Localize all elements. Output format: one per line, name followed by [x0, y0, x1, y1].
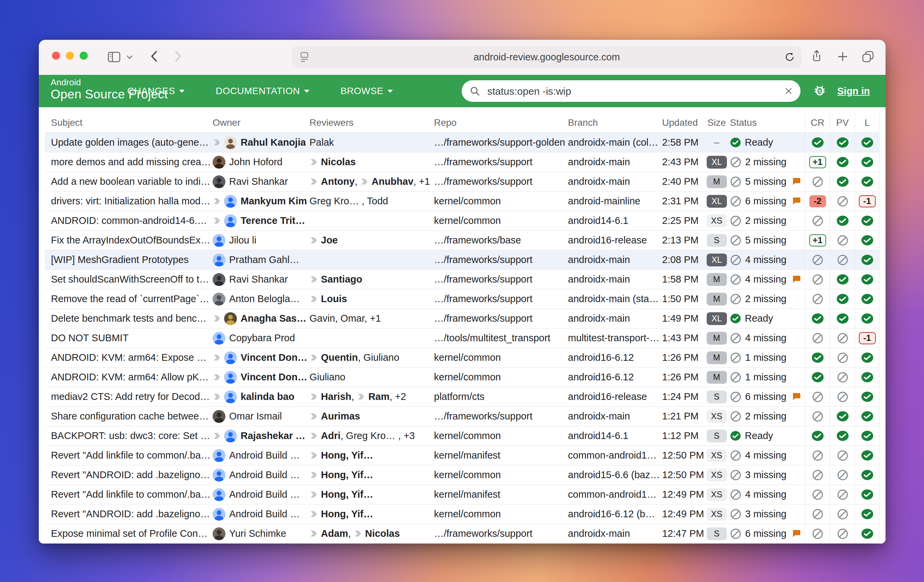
reviewer-name[interactable]: Hong, Yif…	[321, 489, 373, 500]
repo-link[interactable]: …/frameworks/support	[434, 528, 533, 539]
change-row[interactable]: Remove the read of `currentPage` f… Anto…	[45, 289, 879, 309]
change-subject[interactable]: ANDROID: KVM: arm64: Allow pKV…	[51, 372, 211, 383]
reviewer-name[interactable]: Nicolas	[321, 156, 356, 168]
repo-link[interactable]: platform/cts	[434, 391, 485, 402]
change-row[interactable]: drivers: virt: Initialization halla mod……	[45, 192, 879, 211]
sign-in-link[interactable]: Sign in	[837, 75, 870, 107]
reviewer-name[interactable]: Anubhav	[371, 176, 413, 187]
change-row[interactable]: DO NOT SUBMIT Copybara Prod …/tools/mult…	[45, 329, 879, 348]
back-button[interactable]	[150, 49, 158, 63]
change-subject[interactable]: DO NOT SUBMIT	[51, 332, 129, 344]
branch-link[interactable]: androidx-main	[568, 156, 630, 168]
nav-documentation[interactable]: DOCUMENTATION	[216, 85, 309, 97]
change-subject[interactable]: ANDROID: KVM: arm64: Expose un…	[51, 352, 211, 363]
owner-name[interactable]: Vincent Donn…	[241, 372, 308, 383]
branch-link[interactable]: common-android16…	[568, 489, 660, 500]
repo-link[interactable]: …/frameworks/support-golden	[434, 137, 565, 148]
owner-name[interactable]: John Hoford	[229, 156, 282, 168]
branch-link[interactable]: androidx-main	[568, 313, 630, 324]
owner-name[interactable]: Mankyum Kim	[241, 196, 307, 207]
branch-link[interactable]: androidx-main	[568, 411, 630, 422]
repo-link[interactable]: …/frameworks/support	[434, 313, 533, 324]
change-row[interactable]: Add a new boolean variable to indi… Ravi…	[45, 172, 879, 192]
owner-name[interactable]: Android Build …	[229, 450, 300, 461]
reviewer-name[interactable]: Antony	[321, 176, 355, 187]
change-row[interactable]: ANDROID: KVM: arm64: Allow pKV… Vincent …	[45, 368, 879, 387]
owner-name[interactable]: Copybara Prod	[229, 332, 295, 344]
sidebar-icon[interactable]	[107, 51, 121, 63]
clear-search-icon[interactable]	[784, 86, 794, 97]
repo-link[interactable]: kernel/manifest	[434, 489, 500, 500]
owner-name[interactable]: kalinda bao	[241, 391, 295, 402]
change-row[interactable]: Expose minimal set of Profile Cons… Yuri…	[45, 524, 879, 544]
reviewer-name[interactable]: Hong, Yif…	[321, 508, 373, 520]
tab-overview-icon[interactable]	[861, 50, 875, 63]
branch-link[interactable]: android15-6.6 (baz…	[568, 469, 660, 480]
change-subject[interactable]: Set shouldScanWithScreenOff to tr…	[51, 274, 211, 285]
repo-link[interactable]: …/frameworks/support	[434, 293, 533, 304]
close-window-button[interactable]	[52, 52, 60, 60]
branch-link[interactable]: androidx-main (sta…	[568, 293, 659, 304]
change-row[interactable]: more demos and add missing crea… John Ho…	[45, 153, 879, 172]
report-bug-icon[interactable]	[812, 84, 827, 100]
repo-link[interactable]: …/frameworks/support	[434, 254, 533, 265]
change-subject[interactable]: [WIP] MeshGradient Prototypes	[51, 254, 189, 265]
reviewer-name[interactable]: Hong, Yif…	[321, 450, 373, 461]
repo-link[interactable]: …/tools/multitest_transport	[434, 332, 550, 344]
address-bar[interactable]: android-review.googlesource.com	[292, 46, 802, 68]
forward-button[interactable]	[174, 49, 183, 63]
owner-name[interactable]: Ravi Shankar	[229, 274, 288, 285]
repo-link[interactable]: …/frameworks/support	[434, 274, 533, 285]
branch-link[interactable]: android16-6.12	[568, 372, 634, 383]
reviewer-name[interactable]: Gavin, Omar, +1	[309, 313, 381, 324]
change-row[interactable]: Set shouldScanWithScreenOff to tr… Ravi …	[45, 270, 879, 289]
owner-name[interactable]: Ravi Shankar	[229, 176, 288, 187]
owner-name[interactable]: Pratham Gahl…	[229, 254, 299, 265]
reviewer-name[interactable]: Louis	[321, 293, 347, 304]
change-subject[interactable]: Revert "ANDROID: add .bazelignore …	[51, 508, 211, 520]
change-row[interactable]: mediav2 CTS: Add retry for Decode… kalin…	[45, 387, 879, 407]
reviewer-name[interactable]: Adam	[321, 528, 348, 539]
change-row[interactable]: ANDROID: KVM: arm64: Expose un… Vincent …	[45, 348, 879, 368]
repo-link[interactable]: kernel/common	[434, 215, 501, 226]
repo-link[interactable]: …/frameworks/support	[434, 411, 533, 422]
owner-name[interactable]: Rahul Kanojia	[241, 137, 306, 148]
new-tab-icon[interactable]	[837, 51, 848, 62]
reviewer-name[interactable]: Giuliano	[309, 372, 345, 383]
reviewer-name[interactable]: Greg Kro… , Todd	[309, 196, 388, 207]
owner-name[interactable]: Anagha Sasik…	[241, 313, 308, 324]
reviewer-name[interactable]: Santiago	[321, 274, 362, 285]
change-row[interactable]: Update golden images (auto-gener… Rahul …	[45, 133, 879, 153]
branch-link[interactable]: androidx-main (col…	[568, 137, 658, 148]
branch-link[interactable]: multitest-transport-…	[568, 332, 659, 344]
change-row[interactable]: Revert "ANDROID: add .bazelignore … Andr…	[45, 465, 879, 485]
owner-name[interactable]: Vincent Donn…	[241, 352, 308, 363]
branch-link[interactable]: android14-6.1	[568, 430, 629, 441]
branch-link[interactable]: android-mainline	[568, 196, 640, 207]
owner-name[interactable]: Yuri Schimke	[229, 528, 286, 539]
repo-link[interactable]: …/frameworks/base	[434, 235, 521, 246]
change-subject[interactable]: Fix the ArrayIndexOutOfBoundsExc…	[51, 235, 211, 246]
change-subject[interactable]: Expose minimal set of Profile Cons…	[51, 528, 211, 539]
reviewer-name[interactable]: Harish	[321, 391, 351, 402]
change-row[interactable]: Revert "Add linkfile to common/.ba… Andr…	[45, 446, 879, 465]
change-row[interactable]: ANDROID: common-android14-6.1 … Terence …	[45, 211, 879, 231]
branch-link[interactable]: android16-6.12	[568, 352, 634, 363]
change-row[interactable]: [WIP] MeshGradient Prototypes Pratham Ga…	[45, 250, 879, 270]
change-subject[interactable]: Update golden images (auto-gener…	[51, 137, 211, 148]
branch-link[interactable]: android16-release	[568, 235, 647, 246]
minimize-window-button[interactable]	[66, 52, 74, 60]
branch-link[interactable]: androidx-main	[568, 176, 630, 187]
repo-link[interactable]: …/frameworks/support	[434, 156, 533, 168]
branch-link[interactable]: androidx-main	[568, 254, 630, 265]
reviewer-name[interactable]: Hong, Yif…	[321, 469, 373, 480]
change-subject[interactable]: BACKPORT: usb: dwc3: core: Set fo…	[51, 430, 211, 441]
repo-link[interactable]: kernel/common	[434, 469, 501, 480]
owner-name[interactable]: Terence Tritto…	[241, 215, 308, 226]
change-subject[interactable]: Delete benchmark tests and bench…	[51, 313, 211, 324]
owner-name[interactable]: Omar Ismail	[229, 411, 282, 422]
nav-changes[interactable]: CHANGES	[127, 85, 185, 97]
owner-name[interactable]: Android Build …	[229, 469, 300, 480]
change-row[interactable]: Share configuration cache between… Omar …	[45, 407, 879, 426]
change-subject[interactable]: ANDROID: common-android14-6.1 …	[51, 215, 211, 226]
